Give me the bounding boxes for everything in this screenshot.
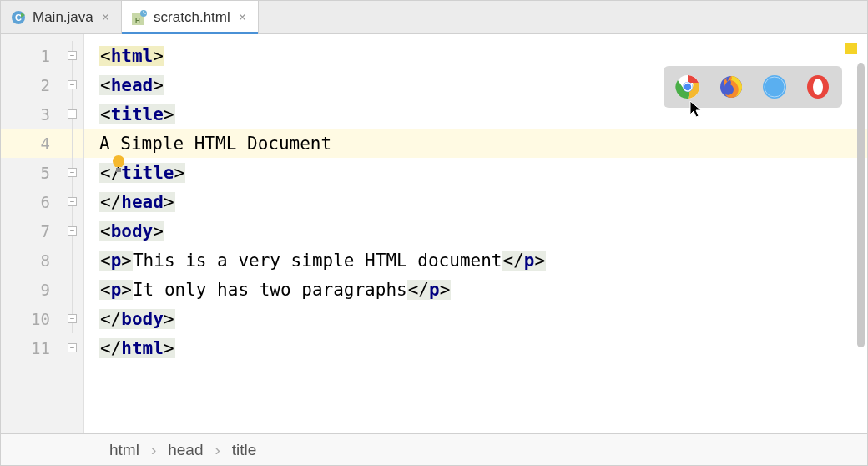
close-icon[interactable]: × <box>100 10 111 25</box>
code-line: <p>It only has two paragraphs</p> <box>84 275 867 304</box>
line-number[interactable]: 9 <box>1 275 83 304</box>
fold-icon[interactable]: − <box>68 314 77 323</box>
opera-icon[interactable] <box>805 74 830 99</box>
tab-scratch-html[interactable]: H scratch.html × <box>122 1 259 33</box>
breadcrumb-bar: html › head › title <box>1 433 867 465</box>
safari-icon[interactable] <box>762 74 787 99</box>
line-number[interactable]: 10− <box>1 304 83 333</box>
code-line: <body> <box>84 216 867 246</box>
chrome-icon[interactable] <box>675 74 700 99</box>
line-number[interactable]: 11− <box>1 333 83 362</box>
code-line: </head> <box>84 187 867 216</box>
tab-main-java[interactable]: C Main.java × <box>1 1 122 33</box>
code-line: </html> <box>84 333 867 362</box>
firefox-icon[interactable] <box>719 74 744 99</box>
line-number[interactable]: 7− <box>1 216 83 246</box>
breadcrumb-item[interactable]: title <box>232 441 257 459</box>
svg-point-8 <box>683 82 693 92</box>
code-line-current: A Simple HTML Document <box>84 129 867 158</box>
code-editor[interactable]: <html> <head> <title> A Simple HTML Docu… <box>84 34 867 433</box>
code-line: <p>This is a very simple HTML document</… <box>84 246 867 275</box>
tab-label: scratch.html <box>154 9 230 26</box>
scrollbar[interactable] <box>857 63 865 347</box>
breadcrumb-separator: › <box>151 441 156 459</box>
breadcrumb-item[interactable]: head <box>168 441 203 459</box>
breadcrumb-separator: › <box>215 441 220 459</box>
mouse-cursor-icon <box>689 99 705 119</box>
java-class-icon: C <box>11 10 26 25</box>
svg-rect-5 <box>116 168 121 170</box>
editor: 1− 2− 3− 4 5− 6− 7− 8 9 10− 11− <html> <… <box>1 34 867 433</box>
fold-icon[interactable]: − <box>68 51 77 60</box>
close-icon[interactable]: × <box>237 10 248 25</box>
fold-icon[interactable]: − <box>68 197 77 206</box>
svg-rect-6 <box>116 170 121 172</box>
code-line: </title> <box>84 158 867 187</box>
editor-tabs: C Main.java × H scratch.html × <box>1 1 867 34</box>
line-number[interactable]: 1− <box>1 41 83 70</box>
fold-icon[interactable]: − <box>68 226 77 236</box>
svg-point-14 <box>813 79 823 95</box>
gutter: 1− 2− 3− 4 5− 6− 7− 8 9 10− 11− <box>1 34 84 433</box>
line-number[interactable]: 8 <box>1 246 83 275</box>
analysis-status-icon[interactable] <box>845 43 857 54</box>
fold-icon[interactable]: − <box>68 343 77 352</box>
code-line: </body> <box>84 304 867 333</box>
intention-bulb-icon[interactable] <box>24 134 44 154</box>
line-number[interactable]: 3− <box>1 99 83 129</box>
fold-icon[interactable]: − <box>68 80 77 89</box>
breadcrumb-item[interactable]: html <box>109 441 139 459</box>
svg-text:H: H <box>135 17 140 24</box>
fold-icon[interactable]: − <box>68 109 77 119</box>
line-number[interactable]: 2− <box>1 70 83 99</box>
svg-text:C: C <box>15 13 22 23</box>
svg-point-11 <box>763 75 786 99</box>
tab-label: Main.java <box>33 9 93 26</box>
html-scratch-icon: H <box>132 10 147 25</box>
